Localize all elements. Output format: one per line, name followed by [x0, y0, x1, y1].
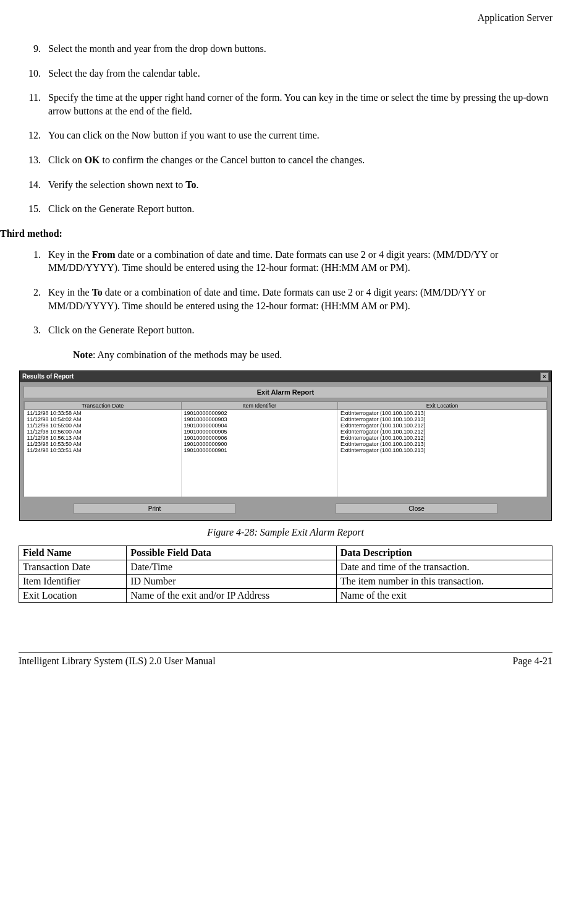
step-10: Select the day from the calendar table.	[43, 67, 552, 80]
report-titlebar: Results of Report ×	[20, 371, 551, 382]
third-method-heading: Third method:	[0, 228, 552, 239]
step-15: Click on the Generate Report button.	[43, 202, 552, 216]
third-step-2: Key in the To date or a combination of d…	[43, 286, 552, 312]
note-line: Note: Any combination of the methods may…	[73, 349, 552, 361]
step-13: Click on OK to confirm the changes or th…	[43, 153, 552, 167]
step-13-post: to confirm the changes or the Cancel but…	[100, 155, 365, 165]
report-heading: Exit Alarm Report	[23, 386, 548, 398]
field-table-header-desc: Data Description	[336, 545, 552, 560]
table-row: 11/24/98 10:33:51 AM19010000000901ExitIn…	[25, 447, 547, 453]
step-14-pre: Verify the selection shown next to	[48, 179, 185, 190]
step-14-bold: To	[185, 179, 196, 190]
col-item-identifier: Item Identifier	[181, 401, 338, 409]
third-step-2-post: date or a combination of date and time. …	[48, 287, 486, 311]
report-window-title: Results of Report	[22, 373, 74, 380]
page-header: Application Server	[19, 12, 552, 24]
col-transaction-date: Transaction Date	[25, 401, 182, 409]
table-empty-space	[25, 453, 547, 497]
table-row: 11/12/98 10:55:00 AM19010000000904ExitIn…	[25, 422, 547, 429]
field-table-header-data: Possible Field Data	[127, 545, 337, 560]
figure-caption: Figure 4-28: Sample Exit Alarm Report	[19, 527, 552, 538]
report-window: Results of Report × Exit Alarm Report Tr…	[19, 370, 552, 521]
third-step-1-bold: From	[92, 249, 116, 260]
note-text: : Any combination of the methods may be …	[93, 349, 282, 360]
col-exit-location: Exit Location	[338, 401, 547, 409]
step-14: Verify the selection shown next to To.	[43, 178, 552, 192]
note-label: Note	[73, 349, 93, 360]
report-rows: 11/12/98 10:33:58 AM19010000000902ExitIn…	[25, 409, 547, 497]
footer-left: Intelligent Library System (ILS) 2.0 Use…	[19, 656, 216, 667]
third-step-3: Click on the Generate Report button.	[43, 323, 552, 337]
primary-steps-list: Select the month and year from the drop …	[43, 42, 552, 216]
footer-right: Page 4-21	[513, 656, 552, 667]
table-row: 11/23/98 10:53:50 AM19010000000900ExitIn…	[25, 441, 547, 447]
report-grid: Transaction Date Item Identifier Exit Lo…	[23, 401, 548, 497]
table-row: Transaction Date Date/Time Date and time…	[19, 560, 552, 574]
step-13-pre: Click on	[48, 155, 85, 165]
table-row: Item Identifier ID Number The item numbe…	[19, 574, 552, 588]
table-row: 11/12/98 10:56:13 AM19010000000906ExitIn…	[25, 435, 547, 441]
step-9: Select the month and year from the drop …	[43, 42, 552, 56]
third-step-2-bold: To	[92, 287, 103, 297]
table-row: Exit Location Name of the exit and/or IP…	[19, 588, 552, 602]
table-row: 11/12/98 10:56:00 AM19010000000905ExitIn…	[25, 429, 547, 435]
page-footer: Intelligent Library System (ILS) 2.0 Use…	[19, 652, 552, 667]
step-12: You can click on the Now button if you w…	[43, 129, 552, 142]
third-step-1-post: date or a combination of date and time. …	[48, 249, 498, 273]
field-table-header-name: Field Name	[19, 545, 127, 560]
third-step-1: Key in the From date or a combination of…	[43, 248, 552, 275]
close-icon[interactable]: ×	[540, 372, 549, 381]
table-row: 11/12/98 10:33:58 AM19010000000902ExitIn…	[25, 409, 547, 416]
third-method-steps-list: Key in the From date or a combination of…	[43, 248, 552, 337]
print-button[interactable]: Print	[74, 503, 235, 514]
third-step-2-pre: Key in the	[48, 287, 92, 297]
report-buttons: Print Close	[23, 503, 548, 516]
close-button[interactable]: Close	[336, 503, 497, 514]
step-11: Specify the time at the upper right hand…	[43, 91, 552, 118]
step-14-post: .	[196, 179, 198, 190]
table-row: 11/12/98 10:54:02 AM19010000000903ExitIn…	[25, 416, 547, 422]
field-definition-table: Field Name Possible Field Data Data Desc…	[19, 545, 552, 603]
step-13-bold: OK	[85, 155, 100, 165]
report-body: Exit Alarm Report Transaction Date Item …	[20, 382, 551, 520]
third-step-1-pre: Key in the	[48, 249, 92, 260]
